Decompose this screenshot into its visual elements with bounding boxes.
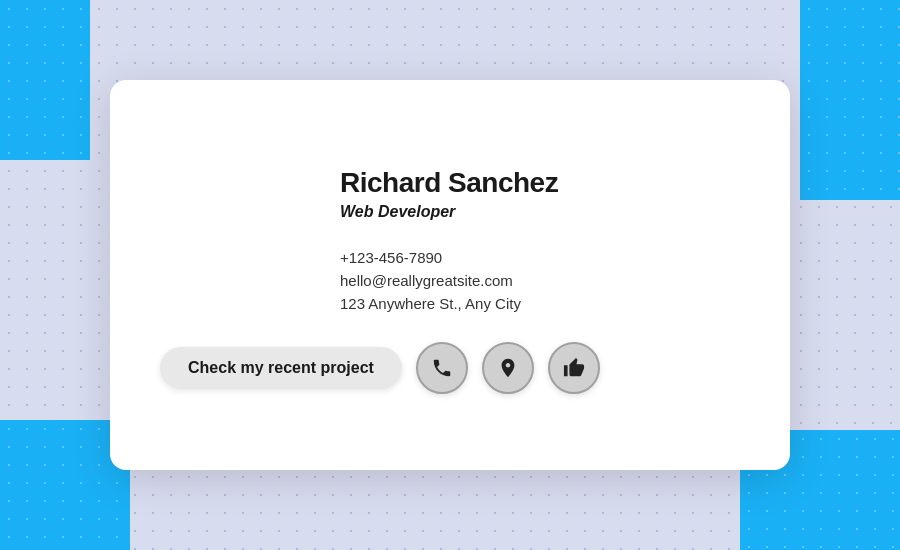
blue-block-top-left	[0, 0, 90, 160]
thumbsup-icon	[563, 357, 585, 379]
card-job-title: Web Developer	[340, 203, 455, 221]
card-contact: +123-456-7890 hello@reallygreatsite.com …	[340, 249, 521, 312]
location-icon-button[interactable]	[482, 342, 534, 394]
check-project-button[interactable]: Check my recent project	[160, 347, 402, 389]
blue-block-top-right	[800, 0, 900, 200]
thumbsup-icon-button[interactable]	[548, 342, 600, 394]
card-actions: Check my recent project	[160, 342, 740, 394]
card-phone: +123-456-7890	[340, 249, 521, 266]
card-email: hello@reallygreatsite.com	[340, 272, 521, 289]
card-address: 123 Anywhere St., Any City	[340, 295, 521, 312]
location-icon	[497, 357, 519, 379]
card-info: Richard Sanchez Web Developer +123-456-7…	[340, 167, 740, 312]
business-card: Richard Sanchez Web Developer +123-456-7…	[110, 80, 790, 470]
phone-icon-button[interactable]	[416, 342, 468, 394]
card-name: Richard Sanchez	[340, 167, 558, 199]
phone-icon	[431, 357, 453, 379]
